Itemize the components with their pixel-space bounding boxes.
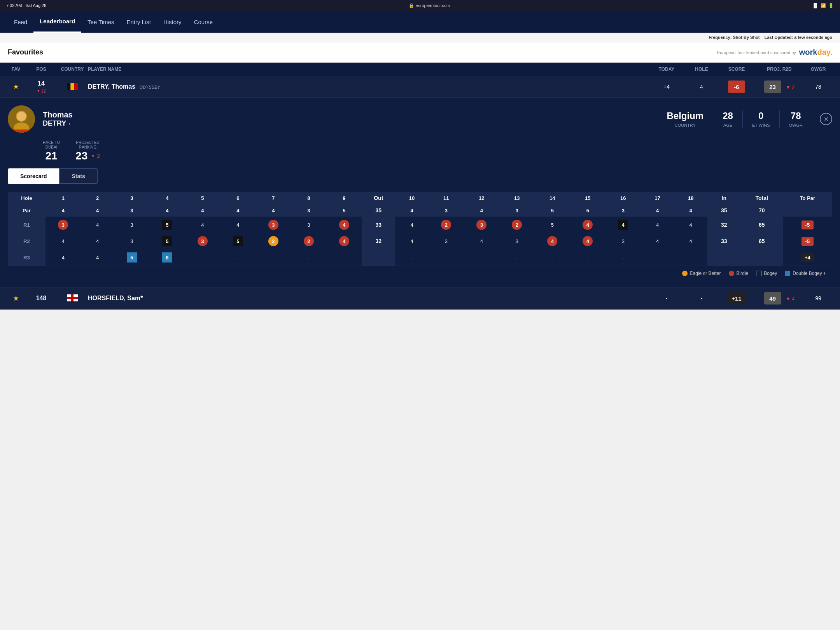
- today-score: +4: [663, 84, 670, 90]
- scorecard-tabs: Scorecard Stats: [8, 168, 832, 184]
- double-bogey-icon: [785, 271, 790, 276]
- leaderboard: Fav Pos Country Player Name Today Hole S…: [0, 63, 840, 310]
- horsfield-proj-change: ▼4: [786, 296, 794, 302]
- horsfield-hole: -: [701, 295, 703, 301]
- favourites-title: Favourites: [8, 48, 43, 56]
- svg-rect-7: [12, 130, 31, 133]
- legend-birdie: Birdie: [729, 271, 749, 276]
- race-to-dubai-block: RACE TODUBAI 21: [43, 140, 60, 162]
- proj-r2d: 23: [764, 80, 781, 93]
- nav-bar: Feed Leaderboard Tee Times Entry List Hi…: [0, 11, 840, 33]
- owgr: 78: [815, 84, 821, 90]
- svg-point-6: [17, 112, 26, 121]
- projected-ranking-block: PROJECTEDRANKING 23 ▼ 2: [75, 140, 100, 162]
- england-flag: [67, 294, 78, 301]
- eagle-icon: [682, 271, 688, 276]
- player-avatar: [8, 105, 35, 133]
- svg-rect-1: [70, 83, 74, 90]
- par-row: Par 4434 44435 35 4343 55344 35 70: [8, 204, 832, 217]
- url-bar: 🔒 europeantour.com: [409, 3, 450, 8]
- legend: Eagle or Better Birdie Bogey Double Boge…: [8, 266, 832, 281]
- proj-change: ▼2: [786, 84, 794, 90]
- hole-header-row: Hole 1234 56789 Out 10111213 1415161718 …: [8, 192, 832, 204]
- nav-feed[interactable]: Feed: [8, 12, 33, 32]
- legend-eagle: Eagle or Better: [682, 271, 721, 276]
- svg-rect-10: [67, 297, 78, 299]
- status-time: 7:32 AM Sat Aug 28: [6, 3, 46, 8]
- status-bar: 7:32 AM Sat Aug 28 🔒 europeantour.com ▐▌…: [0, 0, 840, 11]
- nav-leaderboard[interactable]: Leaderboard: [33, 11, 81, 33]
- player-detail-top: Thomas DETRY › Belgium COUNTRY 28 AGE 0 …: [8, 105, 832, 133]
- position-number: 14: [38, 80, 45, 87]
- tab-scorecard[interactable]: Scorecard: [8, 168, 59, 184]
- player-stats-grid: Belgium COUNTRY 28 AGE 0 ET WINS 78 OWGR: [658, 110, 812, 128]
- r3-row: R3 4 4 5 6 - - - - - - - - - - -: [8, 249, 832, 266]
- et-wins-stat: 0 ET WINS: [743, 110, 780, 128]
- workday-logo: workday.: [799, 48, 832, 57]
- player-lastname-link[interactable]: DETRY ›: [43, 119, 650, 128]
- info-bar: Frequency: Shot By Shot Last Updated: a …: [0, 33, 840, 42]
- player-row-horsfield[interactable]: ★ 148 HORSFIELD, Sam* - - +11 49 ▼4: [0, 287, 840, 310]
- status-icons: ▐▌ 📶 🔋: [812, 3, 834, 8]
- tab-stats[interactable]: Stats: [59, 168, 97, 184]
- nav-entry-list[interactable]: Entry List: [120, 12, 157, 32]
- nav-history[interactable]: History: [157, 12, 188, 32]
- total-score: -6: [728, 80, 745, 93]
- favourites-header: Favourites European Tour leaderboard spo…: [0, 42, 840, 63]
- horsfield-owgr: 99: [815, 295, 821, 301]
- horsfield-score: +11: [728, 292, 745, 304]
- close-detail-button[interactable]: ✕: [820, 113, 832, 125]
- horsfield-pos: 148: [36, 295, 47, 301]
- favourite-star-horsfield[interactable]: ★: [13, 294, 19, 302]
- sponsor-area: European Tour leaderboard sponsored by w…: [717, 48, 832, 57]
- birdie-icon: [729, 271, 734, 276]
- age-stat: 28 AGE: [713, 110, 743, 128]
- svg-rect-0: [67, 83, 70, 90]
- horsfield-today: -: [666, 295, 668, 301]
- player-detail-detry: Thomas DETRY › Belgium COUNTRY 28 AGE 0 …: [0, 98, 840, 287]
- r2-row: R2 4 4 3 5 3 5 2 2 4 32 4 3 4 3 4 4: [8, 233, 832, 249]
- scorecard-table: Hole 1234 56789 Out 10111213 1415161718 …: [8, 192, 832, 266]
- r1-row: R1 3 4 3 5 4 4 3 3 4 33 4 2 3 2 5 4: [8, 217, 832, 233]
- bogey-icon: [756, 271, 761, 276]
- player-info-name: Thomas DETRY ›: [43, 110, 650, 128]
- player-row-detry[interactable]: ★ 14 ▼ 12 DETRY, Thomas ODYSSEY +4 4: [0, 76, 840, 98]
- lb-header: Fav Pos Country Player Name Today Hole S…: [0, 63, 840, 76]
- horsfield-proj: 49: [764, 292, 781, 304]
- nav-course[interactable]: Course: [188, 12, 219, 32]
- country-stat: Belgium COUNTRY: [658, 110, 714, 128]
- belgium-flag: [67, 83, 78, 90]
- position-change: ▼ 12: [37, 89, 46, 93]
- player-name-horsfield: HORSFIELD, Sam*: [88, 295, 143, 301]
- favourite-star-detry[interactable]: ★: [13, 83, 19, 91]
- dubai-stats-row: RACE TODUBAI 21 PROJECTEDRANKING 23 ▼ 2: [43, 140, 832, 162]
- legend-bogey: Bogey: [756, 271, 777, 276]
- hole-number: 4: [700, 84, 703, 90]
- player-name-detry: DETRY, Thomas ODYSSEY: [88, 83, 160, 90]
- nav-tee-times[interactable]: Tee Times: [81, 12, 120, 32]
- owgr-stat: 78 OWGR: [780, 110, 812, 128]
- svg-rect-2: [74, 83, 78, 90]
- legend-double-bogey: Double Bogey +: [785, 271, 826, 276]
